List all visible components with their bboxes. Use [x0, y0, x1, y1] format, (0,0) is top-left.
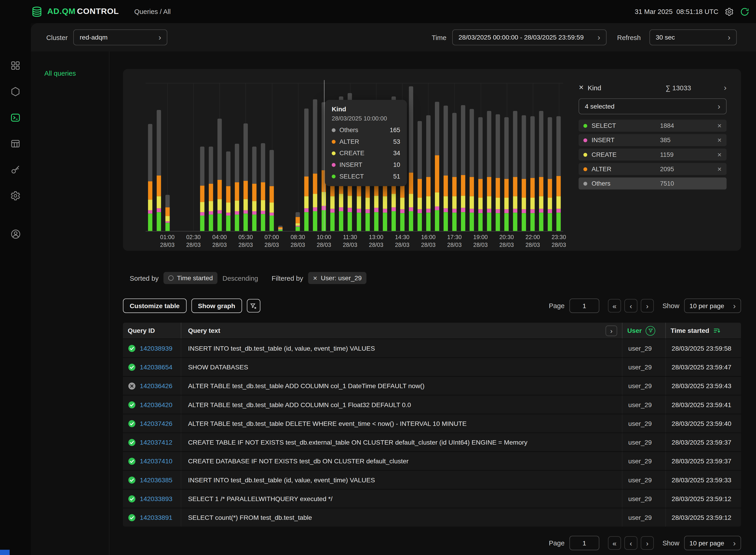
nav-clusters-icon[interactable] — [6, 82, 25, 101]
bar-05:30 — [243, 123, 248, 231]
table-row[interactable]: 142038939INSERT INTO test_db.test_table … — [123, 339, 741, 357]
remove-kind-item-icon[interactable]: ✕ — [717, 151, 722, 158]
kind-item[interactable]: ALTER2095✕ — [579, 163, 727, 175]
nav-dashboard-icon[interactable] — [6, 56, 25, 75]
page-input[interactable] — [569, 536, 599, 550]
remove-kind-item-icon[interactable]: ✕ — [717, 137, 722, 143]
kind-item[interactable]: INSERT385✕ — [579, 134, 727, 146]
time-range-select[interactable]: 28/03/2025 00:00:00 - 28/03/2025 23:59:5… — [452, 30, 607, 45]
kind-multiselect[interactable]: 4 selected › — [579, 98, 727, 114]
kind-item[interactable]: SELECT1884✕ — [579, 120, 727, 132]
next-page-button[interactable]: › — [641, 299, 654, 312]
table-row[interactable]: 142037410CREATE DATABASE IF NOT EXISTS t… — [123, 452, 741, 470]
nav-queries-icon[interactable] — [6, 108, 25, 127]
query-id-link[interactable]: 142038939 — [140, 344, 173, 352]
nav-tables-icon[interactable] — [6, 134, 25, 153]
bar-segment-create — [391, 194, 396, 207]
per-page-value: 10 per page — [690, 540, 724, 547]
kind-item[interactable]: Others7510 — [579, 177, 727, 189]
first-page-button[interactable]: « — [608, 536, 621, 550]
bar-21:00 — [513, 111, 518, 231]
sort-direction[interactable]: Descending — [223, 274, 258, 282]
bar-16:00 — [426, 115, 431, 231]
bar-segment-insert — [243, 211, 248, 214]
query-id-link[interactable]: 142037412 — [140, 439, 173, 446]
bar-segment-select — [313, 211, 317, 231]
kind-expand-icon[interactable]: › — [719, 83, 726, 92]
bar-segment-create — [330, 197, 335, 209]
query-id-link[interactable]: 142037426 — [140, 420, 173, 427]
kind-item-label: ALTER — [592, 166, 660, 173]
kind-item[interactable]: CREATE1159✕ — [579, 148, 727, 161]
customize-table-button[interactable]: Customize table — [123, 299, 186, 313]
user-filter-icon[interactable] — [646, 326, 655, 335]
page-input[interactable] — [569, 299, 599, 313]
col-header-time-started[interactable]: Time started — [665, 323, 741, 339]
query-id-link[interactable]: 142033891 — [140, 514, 173, 521]
col-header-query-id[interactable]: Query ID — [123, 323, 181, 339]
remove-kind-filter-icon[interactable]: ✕ — [579, 84, 588, 91]
prev-page-button[interactable]: ‹ — [624, 299, 637, 312]
per-page-select[interactable]: 10 per page › — [684, 299, 741, 313]
nav-access-key-icon[interactable] — [6, 160, 25, 179]
nav-settings-icon[interactable] — [6, 186, 25, 205]
bar-segment-alter — [426, 177, 431, 196]
table-row[interactable]: 142036426ALTER TABLE test_db.test_table … — [123, 376, 741, 395]
query-id-link[interactable]: 142033893 — [140, 495, 173, 503]
expand-query-column-icon[interactable]: › — [606, 325, 617, 336]
reset-filters-button[interactable] — [247, 299, 260, 312]
kind-filter-panel: ✕ Kind ∑ 13033 › 4 selected › SELECT1884… — [579, 83, 727, 189]
query-id-cell: 142036420 — [123, 395, 181, 414]
bar-00:00 — [148, 124, 152, 231]
nav-profile-icon[interactable] — [6, 224, 25, 244]
query-id-link[interactable]: 142038654 — [140, 364, 173, 371]
cluster-select[interactable]: red-adqm › — [73, 30, 167, 45]
time-started-cell: 28/03/2025 23:59:43 — [665, 377, 741, 395]
user-filter-chip[interactable]: ✕ User: user_29 — [308, 272, 366, 284]
prev-page-button[interactable]: ‹ — [624, 536, 637, 550]
subnav-item-all-queries[interactable]: All queries — [44, 70, 109, 77]
query-text-cell: ALTER TABLE test_db.test_table ADD COLUM… — [181, 377, 622, 395]
refresh-interval-select[interactable]: 30 sec › — [650, 30, 737, 45]
bar-segment-select — [539, 213, 543, 231]
first-page-button[interactable]: « — [608, 299, 621, 312]
table-row[interactable]: 142033893SELECT 1 /* PARALLELWITHQUERY e… — [123, 489, 741, 508]
remove-kind-item-icon[interactable]: ✕ — [717, 122, 722, 129]
sort-field-pill[interactable]: Time started — [164, 272, 218, 284]
query-id-link[interactable]: 142036420 — [140, 401, 173, 408]
bar-segment-insert — [217, 210, 222, 214]
bar-16:30 — [435, 102, 439, 231]
table-row[interactable]: 142037412CREATE TABLE IF NOT EXISTS test… — [123, 432, 741, 451]
kind-item-value: 1884 — [660, 122, 717, 129]
bar-segment-select — [452, 213, 457, 231]
bar-segment-select — [504, 213, 509, 231]
col-header-query-text[interactable]: Query text › — [181, 323, 622, 339]
table-row[interactable]: 142038654SHOW DATABASESuser_2928/03/2025… — [123, 357, 741, 376]
chart-tooltip: Kind 28/03/2025 10:00:00 Others165ALTER5… — [325, 100, 407, 186]
per-page-select[interactable]: 10 per page › — [684, 536, 741, 550]
table-row[interactable]: 142037426ALTER TABLE test_db.test_table … — [123, 414, 741, 432]
bar-segment-select — [461, 212, 465, 231]
auto-update-icon[interactable] — [740, 7, 749, 16]
sort-descending-icon[interactable] — [713, 327, 720, 334]
bar-segment-create — [235, 201, 239, 211]
query-id-link[interactable]: 142036385 — [140, 476, 173, 483]
table-row[interactable]: 142036420ALTER TABLE test_db.test_table … — [123, 395, 741, 414]
remove-kind-item-icon[interactable]: ✕ — [717, 166, 722, 173]
time-started-cell: 28/03/2025 23:59:12 — [665, 489, 741, 508]
col-header-user[interactable]: User — [622, 323, 666, 339]
show-graph-button[interactable]: Show graph — [191, 299, 242, 313]
bar-segment-create — [444, 196, 448, 209]
query-id-link[interactable]: 142037410 — [140, 457, 173, 465]
query-id-link[interactable]: 142036426 — [140, 382, 173, 389]
bar-segment-select — [339, 211, 344, 231]
table-row[interactable]: 142036385INSERT INTO test_db.test_table … — [123, 470, 741, 489]
table-row[interactable]: 142033891SELECT count(*) FROM test_db.te… — [123, 508, 741, 527]
tooltip-series-value: 10 — [393, 161, 400, 168]
settings-gear-icon[interactable] — [725, 7, 734, 16]
breadcrumb[interactable]: Queries / All — [134, 8, 171, 15]
next-page-button[interactable]: › — [641, 536, 654, 550]
pagination-bottom: Page « ‹ › Show 10 per page › — [549, 536, 741, 550]
remove-filter-icon[interactable]: ✕ — [313, 274, 317, 282]
bar-segment-select — [522, 213, 526, 231]
